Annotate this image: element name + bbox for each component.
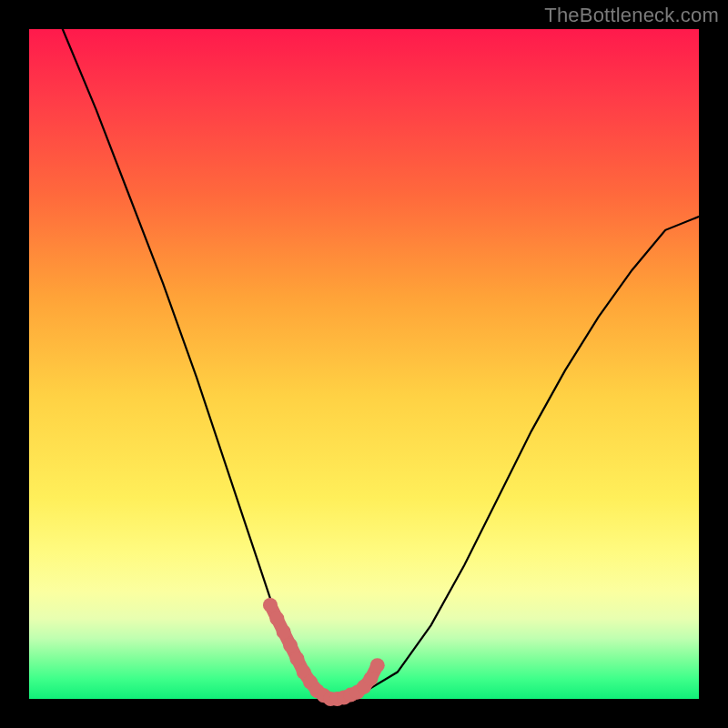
chart-svg xyxy=(29,29,699,699)
optimal-zone-dots xyxy=(263,598,385,706)
optimal-zone-dot xyxy=(283,638,298,652)
bottleneck-curve xyxy=(63,29,699,699)
watermark-text: TheBottleneck.com xyxy=(544,4,719,27)
plot-area xyxy=(29,29,699,699)
optimal-zone-dot xyxy=(277,624,291,639)
optimal-zone-dot xyxy=(363,672,378,686)
optimal-zone-dot xyxy=(289,652,304,666)
optimal-zone-dot xyxy=(263,598,278,612)
optimal-zone-dot xyxy=(370,658,385,672)
chart-frame: TheBottleneck.com xyxy=(0,0,728,728)
optimal-zone-dot xyxy=(269,612,284,626)
